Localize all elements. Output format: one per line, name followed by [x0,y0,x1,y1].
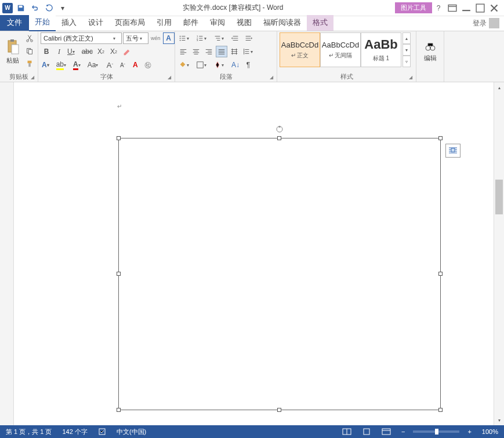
zoom-slider[interactable] [413,430,459,433]
circled-char-button[interactable]: ㊓ [142,59,154,71]
distribute-button[interactable] [229,46,240,57]
char-shading-button[interactable]: Aa▾ [86,59,103,71]
maximize-button[interactable] [474,2,487,14]
gallery-down[interactable]: ▾ [403,44,411,56]
snap-to-grid-button[interactable]: ▾ [212,59,229,71]
shrink-font-button[interactable]: Aˇ [117,59,128,71]
selected-picture[interactable] [118,138,441,410]
styles-launcher[interactable]: ◢ [408,75,414,81]
bullets-button[interactable]: ▾ [177,32,194,44]
style-normal[interactable]: AaBbCcDd ↵ 正文 [280,32,320,67]
borders-button[interactable]: ▾ [195,59,211,71]
minimize-button[interactable] [460,2,473,14]
line-spacing-button[interactable]: ▾ [241,46,258,57]
scroll-track[interactable] [494,93,504,415]
document-canvas[interactable]: ↵ [14,82,494,425]
view-web-button[interactable] [379,425,393,438]
vertical-scrollbar[interactable]: ▴ ▾ [494,82,504,425]
tab-mailings[interactable]: 邮件 [177,15,204,31]
help-button[interactable]: ? [432,2,445,14]
style-no-spacing[interactable]: AaBbCcDd ↵ 无间隔 [320,32,361,67]
login-button[interactable]: 登录 [468,16,504,31]
scroll-down[interactable]: ▾ [494,415,504,425]
scroll-up[interactable]: ▴ [494,82,504,93]
clipboard-launcher[interactable]: ◢ [30,75,35,81]
tab-foxit[interactable]: 福昕阅读器 [258,15,307,31]
page-indicator[interactable]: 第 1 页，共 1 页 [3,425,54,438]
find-button[interactable]: 编辑 [419,32,441,71]
decrease-indent-button[interactable] [230,32,241,44]
resize-handle-ml[interactable] [117,272,121,276]
highlight-button[interactable]: ab▾ [55,59,71,71]
char-border-button[interactable]: A [163,32,175,44]
tab-design[interactable]: 设计 [82,15,109,31]
zoom-level[interactable]: 100% [480,425,501,438]
clear-formatting-button[interactable] [121,46,132,57]
phonetic-guide-button[interactable]: wén [150,32,162,44]
tab-home[interactable]: 开始 [29,14,56,31]
show-marks-button[interactable]: ¶ [242,59,254,71]
tab-file[interactable]: 文件 [0,15,29,31]
view-print-button[interactable] [360,425,374,438]
resize-handle-tm[interactable] [277,136,281,140]
underline-button[interactable]: U ▾ [66,46,79,57]
sort-button[interactable]: A↓ [230,59,241,71]
qat-customize-dropdown[interactable]: ▾ [57,2,68,14]
zoom-slider-thumb[interactable] [435,429,438,435]
format-painter-button[interactable] [24,58,35,70]
enclose-char-button[interactable]: A [129,59,141,71]
subscript-button[interactable]: X2 [95,46,107,57]
proofing-button[interactable] [96,425,108,438]
tab-references[interactable]: 引用 [151,15,177,31]
gallery-more[interactable]: ▿ [403,56,411,67]
redo-button[interactable] [43,2,55,14]
increase-indent-button[interactable] [242,32,254,44]
strike-button[interactable]: abc [81,46,94,57]
view-read-button[interactable] [340,425,354,438]
grow-font-button[interactable]: Aˆ [104,59,115,71]
align-right-button[interactable] [203,46,215,57]
font-launcher[interactable]: ◢ [166,75,172,81]
justify-button[interactable] [216,46,227,57]
vertical-ruler[interactable] [0,82,14,425]
style-heading1[interactable]: AaBb 标题 1 [361,32,401,67]
superscript-button[interactable]: X2 [108,46,119,57]
resize-handle-br[interactable] [438,408,443,412]
multilevel-list-button[interactable]: ▾ [212,32,229,44]
tab-insert[interactable]: 插入 [56,15,82,31]
resize-handle-bm[interactable] [277,408,281,412]
bold-button[interactable]: B [41,46,52,57]
resize-handle-tl[interactable] [117,136,121,140]
close-button[interactable] [488,2,501,14]
numbering-button[interactable]: 123▾ [195,32,211,44]
resize-handle-mr[interactable] [438,272,443,276]
word-count[interactable]: 142 个字 [60,425,89,438]
align-center-button[interactable] [190,46,202,57]
save-button[interactable] [15,2,27,14]
layout-options-button[interactable] [445,144,461,158]
resize-handle-bl[interactable] [117,408,121,412]
italic-button[interactable]: I [53,46,65,57]
align-left-button[interactable] [177,46,189,57]
scroll-thumb[interactable] [495,180,503,214]
tab-layout[interactable]: 页面布局 [109,15,151,31]
copy-button[interactable] [24,45,35,57]
paragraph-launcher[interactable]: ◢ [269,75,274,81]
gallery-up[interactable]: ▴ [403,32,411,44]
language-indicator[interactable]: 中文(中国) [114,425,148,438]
cut-button[interactable] [24,32,35,44]
undo-button[interactable] [29,2,41,14]
shading-button[interactable]: ▾ [177,59,194,71]
resize-handle-tr[interactable] [438,136,443,140]
tab-view[interactable]: 视图 [231,15,258,31]
paste-button[interactable]: 粘贴 [2,32,23,71]
font-name-combo[interactable]: Calibri (西文正文)▾ [41,32,122,44]
tab-format[interactable]: 格式 [307,15,333,31]
font-size-combo[interactable]: 五号▾ [123,32,148,44]
zoom-out-button[interactable]: − [399,425,407,438]
tab-review[interactable]: 审阅 [204,15,231,31]
font-color-button[interactable]: A▾ [72,59,85,71]
rotate-handle[interactable] [276,126,283,133]
ribbon-options-button[interactable] [446,2,459,14]
text-effects-button[interactable]: A▾ [41,59,54,71]
